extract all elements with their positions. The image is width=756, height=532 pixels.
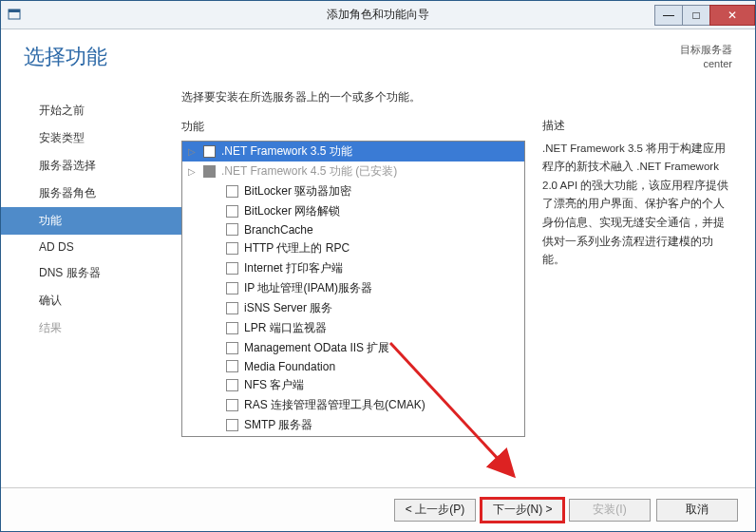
wizard-window: 添加角色和功能向导 — □ ✕ 选择功能 目标服务器 center 开始之前安装… (0, 0, 756, 532)
sidebar-item-6[interactable]: DNS 服务器 (1, 259, 181, 287)
dest-label: 目标服务器 (680, 43, 732, 57)
feature-label: iSNS Server 服务 (244, 300, 332, 316)
feature-item-10[interactable]: Management OData IIS 扩展 (182, 338, 524, 358)
dest-value: center (680, 57, 732, 71)
feature-item-7[interactable]: IP 地址管理(IPAM)服务器 (182, 278, 524, 298)
feature-checkbox[interactable] (226, 419, 238, 431)
feature-item-14[interactable]: SMTP 服务器 (182, 415, 524, 435)
feature-item-6[interactable]: Internet 打印客户端 (182, 258, 524, 278)
sidebar-item-8: 结果 (1, 314, 181, 342)
cancel-button[interactable]: 取消 (656, 499, 738, 522)
instruction-text: 选择要安装在所选服务器上的一个或多个功能。 (181, 89, 525, 105)
description-label: 描述 (542, 118, 732, 134)
feature-checkbox[interactable] (226, 262, 238, 275)
feature-checkbox[interactable] (226, 399, 238, 411)
feature-checkbox[interactable] (226, 379, 238, 391)
wizard-sidebar: 开始之前安装类型服务器选择服务器角色功能AD DSDNS 服务器确认结果 (1, 89, 181, 487)
feature-item-4[interactable]: BranchCache (182, 221, 524, 238)
expand-icon[interactable]: ▷ (188, 166, 198, 177)
feature-item-11[interactable]: Media Foundation (182, 358, 524, 375)
main-panel: 选择要安装在所选服务器上的一个或多个功能。 功能 ▷.NET Framework… (181, 89, 732, 487)
sidebar-item-2[interactable]: 服务器选择 (1, 152, 181, 180)
destination-server: 目标服务器 center (680, 43, 732, 72)
feature-checkbox[interactable] (226, 242, 238, 255)
maximize-button[interactable]: □ (682, 5, 710, 26)
feature-item-3[interactable]: BitLocker 网络解锁 (182, 201, 524, 221)
feature-label: HTTP 代理上的 RPC (244, 240, 350, 256)
feature-label: BranchCache (244, 223, 313, 237)
feature-item-9[interactable]: LPR 端口监视器 (182, 318, 524, 338)
feature-item-2[interactable]: BitLocker 驱动器加密 (182, 181, 524, 201)
content-area: 选择功能 目标服务器 center 开始之前安装类型服务器选择服务器角色功能AD… (1, 29, 755, 487)
feature-label: SMTP 服务器 (244, 417, 312, 433)
feature-checkbox[interactable] (203, 145, 216, 158)
feature-checkbox[interactable] (226, 322, 238, 334)
sidebar-item-4[interactable]: 功能 (1, 207, 181, 235)
feature-checkbox[interactable] (203, 165, 216, 178)
feature-checkbox[interactable] (226, 360, 238, 372)
sidebar-item-7[interactable]: 确认 (1, 287, 181, 314)
next-button[interactable]: 下一步(N) > (482, 499, 563, 522)
feature-label: BitLocker 驱动器加密 (244, 183, 351, 200)
install-button: 安装(I) (569, 499, 651, 522)
feature-label: .NET Framework 4.5 功能 (已安装) (221, 163, 397, 180)
previous-button[interactable]: < 上一步(P) (394, 499, 476, 522)
close-button[interactable]: ✕ (709, 5, 755, 26)
expand-icon[interactable]: ▷ (188, 146, 198, 157)
feature-item-5[interactable]: HTTP 代理上的 RPC (182, 238, 524, 258)
feature-checkbox[interactable] (226, 205, 238, 218)
feature-label: Internet 打印客户端 (244, 260, 343, 276)
feature-item-1[interactable]: ▷.NET Framework 4.5 功能 (已安装) (182, 162, 524, 181)
features-label: 功能 (181, 119, 525, 135)
feature-label: LPR 端口监视器 (244, 320, 327, 336)
feature-label: RAS 连接管理器管理工具包(CMAK) (244, 397, 425, 413)
feature-checkbox[interactable] (226, 223, 238, 236)
feature-item-13[interactable]: RAS 连接管理器管理工具包(CMAK) (182, 395, 524, 415)
svg-rect-1 (9, 10, 20, 12)
feature-label: BitLocker 网络解锁 (244, 203, 340, 219)
titlebar: 添加角色和功能向导 — □ ✕ (1, 1, 755, 29)
feature-label: IP 地址管理(IPAM)服务器 (244, 280, 372, 296)
sidebar-item-1[interactable]: 安装类型 (1, 124, 181, 152)
footer: < 上一步(P) 下一步(N) > 安装(I) 取消 (1, 487, 755, 531)
feature-checkbox[interactable] (226, 302, 238, 314)
feature-label: .NET Framework 3.5 功能 (221, 143, 352, 160)
feature-item-8[interactable]: iSNS Server 服务 (182, 298, 524, 318)
feature-label: NFS 客户端 (244, 377, 304, 393)
feature-checkbox[interactable] (226, 185, 238, 198)
sidebar-item-5[interactable]: AD DS (1, 235, 181, 259)
sidebar-item-0[interactable]: 开始之前 (1, 97, 181, 124)
sidebar-item-3[interactable]: 服务器角色 (1, 180, 181, 207)
features-list[interactable]: ▷.NET Framework 3.5 功能▷.NET Framework 4.… (181, 141, 525, 437)
feature-label: Media Foundation (244, 360, 335, 373)
app-icon (7, 8, 22, 23)
window-title: 添加角色和功能向导 (1, 7, 755, 23)
feature-item-12[interactable]: NFS 客户端 (182, 375, 524, 395)
feature-checkbox[interactable] (226, 282, 238, 294)
minimize-button[interactable]: — (654, 5, 683, 26)
feature-item-0[interactable]: ▷.NET Framework 3.5 功能 (182, 142, 524, 162)
feature-checkbox[interactable] (226, 342, 238, 354)
page-title: 选择功能 (24, 43, 107, 71)
description-text: .NET Framework 3.5 将用于构建应用程序的新技术融入 .NET … (542, 140, 732, 270)
feature-label: Management OData IIS 扩展 (244, 340, 389, 356)
